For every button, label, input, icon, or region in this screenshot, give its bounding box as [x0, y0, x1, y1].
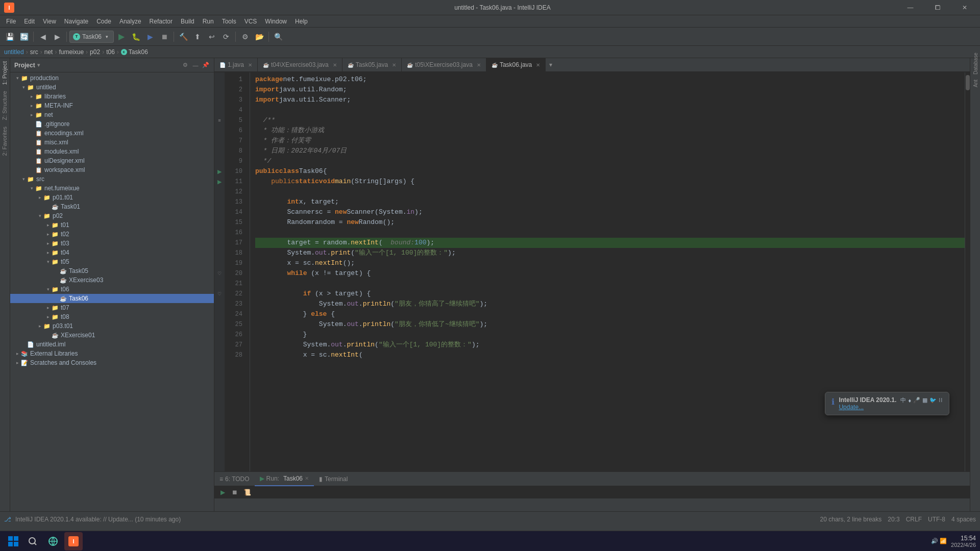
- project-dropdown-arrow[interactable]: ▾: [37, 62, 40, 68]
- tab-close[interactable]: ✕: [333, 62, 337, 68]
- breadcrumb-p02[interactable]: p02: [90, 48, 100, 56]
- status-position[interactable]: 20:3: [888, 516, 899, 523]
- tab-overflow-arrow[interactable]: ▾: [546, 58, 556, 71]
- tree-item-t08[interactable]: ▸ 📁 t08: [10, 312, 214, 321]
- menu-vcs[interactable]: VCS: [240, 17, 261, 26]
- tree-item-src[interactable]: ▾ 📁 src: [10, 174, 214, 184]
- status-indent[interactable]: 4 spaces: [951, 516, 976, 523]
- status-message[interactable]: IntelliJ IDEA 2020.1.4 available: // Upd…: [15, 516, 181, 523]
- build-button[interactable]: 🔨: [177, 30, 190, 43]
- bottom-tab-terminal[interactable]: ▮ Terminal: [314, 472, 353, 486]
- project-settings-icon[interactable]: ⚙: [181, 61, 189, 69]
- tree-item-workspace[interactable]: ▸ 📋 workspace.xml: [10, 165, 214, 174]
- run-rerun-button[interactable]: ▶: [217, 487, 228, 497]
- tab-close[interactable]: ✕: [392, 62, 396, 68]
- tree-item-t03[interactable]: ▸ 📁 t03: [10, 239, 214, 248]
- tree-item-libraries[interactable]: ▸ 📁 libraries: [10, 92, 214, 101]
- menu-tools[interactable]: Tools: [218, 17, 240, 26]
- menu-refactor[interactable]: Refactor: [145, 17, 177, 26]
- tree-item-xexercise03-t05[interactable]: ▸ ☕ XExercise03: [10, 276, 214, 285]
- breadcrumb-t06[interactable]: t06: [106, 48, 115, 56]
- run-config-dropdown[interactable]: T Task06 ▾: [69, 31, 114, 43]
- menu-navigate[interactable]: Navigate: [60, 17, 92, 26]
- tree-item-task01[interactable]: ▸ ☕ Task01: [10, 202, 214, 211]
- debug-button[interactable]: 🐛: [129, 30, 142, 43]
- stop-button[interactable]: ⏹: [158, 30, 171, 43]
- tree-item-external-libraries[interactable]: ▸ 📚 External Libraries: [10, 349, 214, 358]
- minimize-button[interactable]: —: [899, 0, 922, 15]
- taskbar-search[interactable]: [23, 532, 42, 550]
- tree-item-net[interactable]: ▸ 📁 net: [10, 110, 214, 119]
- forward-button[interactable]: ▶: [51, 30, 64, 43]
- tree-item-t07[interactable]: ▸ 📁 t07: [10, 303, 214, 312]
- vtab-project[interactable]: 1: Project: [0, 58, 10, 88]
- notif-icon-1[interactable]: 中: [900, 396, 906, 404]
- tree-item-t06[interactable]: ▾ 📁 t06: [10, 285, 214, 294]
- tab-close[interactable]: ✕: [477, 62, 481, 68]
- status-encoding[interactable]: UTF-8: [928, 516, 945, 523]
- menu-analyze[interactable]: Analyze: [115, 17, 145, 26]
- tree-item-netfumeixue[interactable]: ▾ 📁 net.fumeixue: [10, 184, 214, 193]
- tree-item-p01t01[interactable]: ▸ 📁 p01.t01: [10, 193, 214, 202]
- scroll-indicator[interactable]: [965, 72, 970, 471]
- tree-item-production[interactable]: ▾ 📁 production: [10, 73, 214, 83]
- tree-item-untitled[interactable]: ▾ 📁 untitled: [10, 83, 214, 92]
- back-button[interactable]: ◀: [36, 30, 50, 43]
- tree-item-t02[interactable]: ▸ 📁 t02: [10, 230, 214, 239]
- rollback-button[interactable]: ↩: [205, 30, 218, 43]
- maximize-button[interactable]: ⧠: [926, 0, 949, 15]
- taskbar-intellij[interactable]: I: [64, 532, 83, 550]
- menu-help[interactable]: Help: [291, 17, 312, 26]
- project-pin-icon[interactable]: 📌: [202, 61, 210, 69]
- tab-task06[interactable]: ☕ Task06.java ✕: [486, 58, 546, 71]
- menu-run[interactable]: Run: [199, 17, 218, 26]
- run-button[interactable]: ▶: [115, 30, 128, 43]
- tree-item-p03t01[interactable]: ▸ 📁 p03.t01: [10, 321, 214, 331]
- project-collapse-icon[interactable]: —: [191, 61, 200, 69]
- breadcrumb-project[interactable]: untitled: [4, 48, 24, 56]
- tree-item-modules[interactable]: ▸ 📋 modules.xml: [10, 147, 214, 156]
- menu-file[interactable]: File: [2, 17, 20, 26]
- status-crlf[interactable]: CRLF: [906, 516, 922, 523]
- taskbar-browser[interactable]: [44, 532, 62, 550]
- breadcrumb-src[interactable]: src: [30, 48, 38, 56]
- tab-xexercise03-t04[interactable]: ☕ t04\XExercise03.java ✕: [258, 58, 342, 71]
- breadcrumb-fumeixue[interactable]: fumeixue: [59, 48, 84, 56]
- tree-item-t01[interactable]: ▸ 📁 t01: [10, 220, 214, 230]
- run-scroll-button[interactable]: 📜: [242, 487, 252, 497]
- tree-item-task05[interactable]: ▸ ☕ Task05: [10, 266, 214, 276]
- tree-item-task06[interactable]: ▸ ☕ Task06: [10, 294, 214, 303]
- open-file-button[interactable]: 📂: [253, 30, 266, 43]
- update-button[interactable]: ⬆: [191, 30, 204, 43]
- bottom-tab-run[interactable]: ▶ Run: Task06 ✕: [255, 472, 314, 486]
- taskbar-start-button[interactable]: [4, 532, 22, 550]
- tab-1java[interactable]: 📄 1.java ✕: [214, 58, 258, 71]
- menu-view[interactable]: View: [39, 17, 60, 26]
- vcs-button[interactable]: ⟳: [219, 30, 233, 43]
- vtab-structure[interactable]: Z: Structure: [0, 88, 10, 123]
- tree-item-encodings[interactable]: ▸ 📋 encodings.xml: [10, 129, 214, 138]
- tab-xexercise03-t05[interactable]: ☕ t05\XExercise03.java ✕: [402, 58, 486, 71]
- tree-item-scratches[interactable]: ▸ 📝 Scratches and Consoles: [10, 358, 214, 367]
- notif-icon-5[interactable]: 🐦: [929, 397, 937, 404]
- tab-task05[interactable]: ☕ Task05.java ✕: [342, 58, 402, 71]
- tree-item-p02[interactable]: ▾ 📁 p02: [10, 211, 214, 220]
- run-close-icon[interactable]: ✕: [305, 475, 309, 481]
- right-sidebar-ant-icon[interactable]: Ant: [971, 79, 980, 88]
- save-button[interactable]: 💾: [3, 30, 16, 43]
- tab-close[interactable]: ✕: [536, 62, 540, 68]
- tree-item-t05[interactable]: ▾ 📁 t05: [10, 257, 214, 266]
- tree-item-misc[interactable]: ▸ 📋 misc.xml: [10, 138, 214, 147]
- sync-button[interactable]: 🔄: [17, 30, 31, 43]
- settings-button[interactable]: ⚙: [238, 30, 252, 43]
- menu-code[interactable]: Code: [92, 17, 115, 26]
- notif-icon-3[interactable]: 🎤: [913, 397, 920, 404]
- breadcrumb-net[interactable]: net: [44, 48, 53, 56]
- tree-item-t04[interactable]: ▸ 📁 t04: [10, 248, 214, 257]
- bottom-tab-todo[interactable]: ≡ 6: TODO: [214, 472, 255, 486]
- notif-icon-6[interactable]: ⁞⁞: [939, 397, 943, 404]
- tab-close[interactable]: ✕: [248, 62, 252, 68]
- notification-update-link[interactable]: Update...: [839, 404, 896, 411]
- run-stop-button[interactable]: ⏹: [230, 487, 240, 497]
- menu-edit[interactable]: Edit: [20, 17, 39, 26]
